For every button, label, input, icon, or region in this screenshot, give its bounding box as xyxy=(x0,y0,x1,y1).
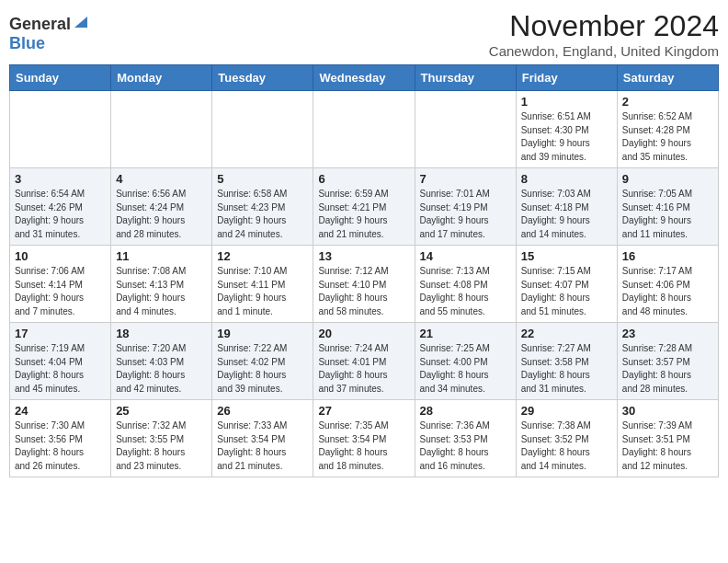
page-header: General Blue November 2024 Canewdon, Eng… xyxy=(9,9,719,59)
calendar-cell: 23Sunrise: 7:28 AM Sunset: 3:57 PM Dayli… xyxy=(617,323,718,400)
day-number: 26 xyxy=(217,404,308,418)
day-info: Sunrise: 7:13 AM Sunset: 4:08 PM Dayligh… xyxy=(420,265,511,318)
calendar-cell xyxy=(10,91,111,168)
day-info: Sunrise: 7:35 AM Sunset: 3:54 PM Dayligh… xyxy=(318,419,409,473)
calendar-cell: 29Sunrise: 7:38 AM Sunset: 3:52 PM Dayli… xyxy=(516,400,617,477)
day-number: 18 xyxy=(116,327,207,340)
calendar-cell: 30Sunrise: 7:39 AM Sunset: 3:51 PM Dayli… xyxy=(617,400,718,477)
calendar-cell: 3Sunrise: 6:54 AM Sunset: 4:26 PM Daylig… xyxy=(10,168,111,246)
day-number: 23 xyxy=(622,327,713,340)
day-info: Sunrise: 6:56 AM Sunset: 4:24 PM Dayligh… xyxy=(116,188,207,241)
calendar-cell: 15Sunrise: 7:15 AM Sunset: 4:07 PM Dayli… xyxy=(516,246,617,323)
calendar-table: SundayMondayTuesdayWednesdayThursdayFrid… xyxy=(9,64,719,477)
day-number: 10 xyxy=(15,249,106,263)
calendar-cell: 28Sunrise: 7:36 AM Sunset: 3:53 PM Dayli… xyxy=(415,400,516,477)
calendar-cell xyxy=(313,91,415,168)
day-number: 22 xyxy=(521,327,612,340)
day-number: 2 xyxy=(622,95,713,109)
calendar-cell: 20Sunrise: 7:24 AM Sunset: 4:01 PM Dayli… xyxy=(313,323,415,400)
calendar-cell xyxy=(212,91,313,168)
day-info: Sunrise: 7:20 AM Sunset: 4:03 PM Dayligh… xyxy=(116,342,207,396)
day-number: 29 xyxy=(521,404,612,418)
svg-marker-0 xyxy=(74,17,87,28)
day-info: Sunrise: 7:36 AM Sunset: 3:53 PM Dayligh… xyxy=(420,419,511,473)
day-number: 19 xyxy=(217,327,308,340)
day-info: Sunrise: 6:59 AM Sunset: 4:21 PM Dayligh… xyxy=(318,188,409,241)
day-info: Sunrise: 6:58 AM Sunset: 4:23 PM Dayligh… xyxy=(217,188,308,241)
day-info: Sunrise: 7:17 AM Sunset: 4:06 PM Dayligh… xyxy=(622,265,713,318)
col-header-sunday: Sunday xyxy=(10,65,111,91)
day-number: 1 xyxy=(521,95,612,109)
calendar-cell: 6Sunrise: 6:59 AM Sunset: 4:21 PM Daylig… xyxy=(313,168,415,246)
calendar-cell: 1Sunrise: 6:51 AM Sunset: 4:30 PM Daylig… xyxy=(516,91,617,168)
day-info: Sunrise: 6:54 AM Sunset: 4:26 PM Dayligh… xyxy=(15,188,106,241)
calendar-cell: 2Sunrise: 6:52 AM Sunset: 4:28 PM Daylig… xyxy=(617,91,718,168)
calendar-cell: 12Sunrise: 7:10 AM Sunset: 4:11 PM Dayli… xyxy=(212,246,313,323)
day-info: Sunrise: 6:51 AM Sunset: 4:30 PM Dayligh… xyxy=(521,110,612,164)
day-number: 5 xyxy=(217,172,308,186)
day-number: 14 xyxy=(420,249,511,263)
day-info: Sunrise: 7:01 AM Sunset: 4:19 PM Dayligh… xyxy=(420,188,511,241)
logo-blue: Blue xyxy=(9,34,45,52)
day-number: 3 xyxy=(15,172,106,186)
day-number: 11 xyxy=(116,249,207,263)
calendar-cell: 18Sunrise: 7:20 AM Sunset: 4:03 PM Dayli… xyxy=(111,323,212,400)
day-number: 4 xyxy=(116,172,207,186)
day-number: 27 xyxy=(318,404,409,418)
day-number: 8 xyxy=(521,172,612,186)
day-info: Sunrise: 7:27 AM Sunset: 3:58 PM Dayligh… xyxy=(521,342,612,396)
day-info: Sunrise: 7:38 AM Sunset: 3:52 PM Dayligh… xyxy=(521,419,612,473)
calendar-cell: 22Sunrise: 7:27 AM Sunset: 3:58 PM Dayli… xyxy=(516,323,617,400)
day-info: Sunrise: 7:05 AM Sunset: 4:16 PM Dayligh… xyxy=(622,188,713,241)
day-number: 24 xyxy=(15,404,106,418)
calendar-cell: 24Sunrise: 7:30 AM Sunset: 3:56 PM Dayli… xyxy=(10,400,111,477)
col-header-saturday: Saturday xyxy=(617,65,718,91)
title-location: Canewdon, England, United Kingdom xyxy=(489,43,719,59)
calendar-cell: 21Sunrise: 7:25 AM Sunset: 4:00 PM Dayli… xyxy=(415,323,516,400)
day-number: 6 xyxy=(318,172,409,186)
day-number: 16 xyxy=(622,249,713,263)
title-area: November 2024 Canewdon, England, United … xyxy=(489,9,719,59)
day-info: Sunrise: 7:32 AM Sunset: 3:55 PM Dayligh… xyxy=(116,419,207,473)
calendar-cell xyxy=(111,91,212,168)
calendar-cell: 16Sunrise: 7:17 AM Sunset: 4:06 PM Dayli… xyxy=(617,246,718,323)
day-info: Sunrise: 7:15 AM Sunset: 4:07 PM Dayligh… xyxy=(521,265,612,318)
calendar-cell: 11Sunrise: 7:08 AM Sunset: 4:13 PM Dayli… xyxy=(111,246,212,323)
calendar-cell: 8Sunrise: 7:03 AM Sunset: 4:18 PM Daylig… xyxy=(516,168,617,246)
day-info: Sunrise: 7:03 AM Sunset: 4:18 PM Dayligh… xyxy=(521,188,612,241)
day-number: 13 xyxy=(318,249,409,263)
day-number: 20 xyxy=(318,327,409,340)
logo: General Blue xyxy=(9,15,89,53)
day-info: Sunrise: 7:30 AM Sunset: 3:56 PM Dayligh… xyxy=(15,419,106,473)
calendar-cell xyxy=(415,91,516,168)
day-number: 7 xyxy=(420,172,511,186)
day-info: Sunrise: 7:08 AM Sunset: 4:13 PM Dayligh… xyxy=(116,265,207,318)
col-header-thursday: Thursday xyxy=(415,65,516,91)
day-number: 21 xyxy=(420,327,511,340)
calendar-cell: 27Sunrise: 7:35 AM Sunset: 3:54 PM Dayli… xyxy=(313,400,415,477)
calendar-cell: 19Sunrise: 7:22 AM Sunset: 4:02 PM Dayli… xyxy=(212,323,313,400)
day-info: Sunrise: 7:19 AM Sunset: 4:04 PM Dayligh… xyxy=(15,342,106,396)
day-info: Sunrise: 7:25 AM Sunset: 4:00 PM Dayligh… xyxy=(420,342,511,396)
logo-triangle-icon xyxy=(73,13,89,33)
day-number: 25 xyxy=(116,404,207,418)
day-number: 9 xyxy=(622,172,713,186)
day-info: Sunrise: 7:06 AM Sunset: 4:14 PM Dayligh… xyxy=(15,265,106,318)
day-info: Sunrise: 7:28 AM Sunset: 3:57 PM Dayligh… xyxy=(622,342,713,396)
day-info: Sunrise: 7:24 AM Sunset: 4:01 PM Dayligh… xyxy=(318,342,409,396)
col-header-wednesday: Wednesday xyxy=(313,65,415,91)
calendar-cell: 17Sunrise: 7:19 AM Sunset: 4:04 PM Dayli… xyxy=(10,323,111,400)
calendar-cell: 14Sunrise: 7:13 AM Sunset: 4:08 PM Dayli… xyxy=(415,246,516,323)
day-info: Sunrise: 7:10 AM Sunset: 4:11 PM Dayligh… xyxy=(217,265,308,318)
calendar-cell: 9Sunrise: 7:05 AM Sunset: 4:16 PM Daylig… xyxy=(617,168,718,246)
day-number: 30 xyxy=(622,404,713,418)
calendar-cell: 26Sunrise: 7:33 AM Sunset: 3:54 PM Dayli… xyxy=(212,400,313,477)
day-info: Sunrise: 7:22 AM Sunset: 4:02 PM Dayligh… xyxy=(217,342,308,396)
calendar-cell: 10Sunrise: 7:06 AM Sunset: 4:14 PM Dayli… xyxy=(10,246,111,323)
logo-general: General xyxy=(9,15,71,34)
day-number: 15 xyxy=(521,249,612,263)
day-number: 17 xyxy=(15,327,106,340)
day-info: Sunrise: 6:52 AM Sunset: 4:28 PM Dayligh… xyxy=(622,110,713,164)
calendar-cell: 13Sunrise: 7:12 AM Sunset: 4:10 PM Dayli… xyxy=(313,246,415,323)
col-header-monday: Monday xyxy=(111,65,212,91)
